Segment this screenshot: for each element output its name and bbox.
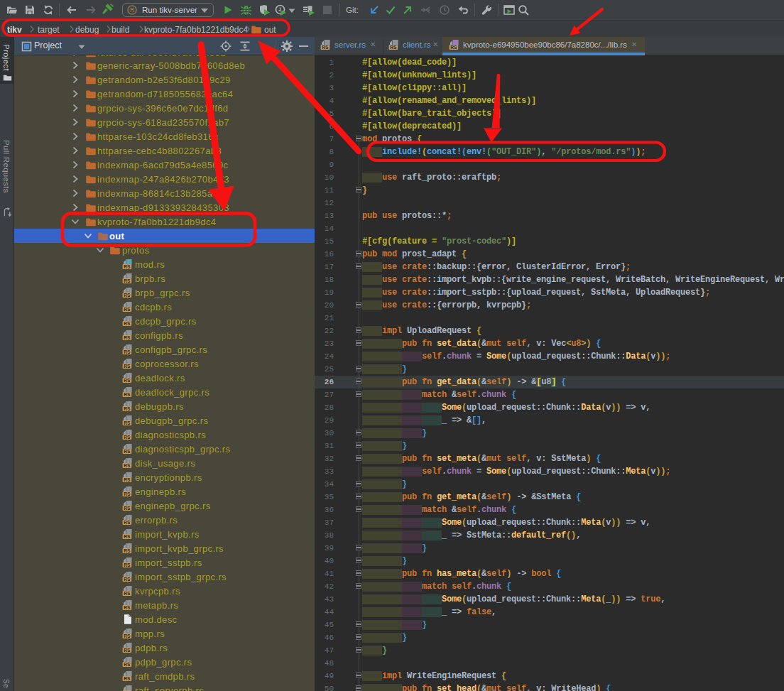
svg-text:RS: RS — [124, 293, 131, 298]
svg-text:RS: RS — [124, 349, 131, 354]
svg-text:RS: RS — [124, 477, 131, 482]
svg-text:RS: RS — [390, 45, 397, 50]
svg-text:RS: RS — [124, 506, 131, 511]
svg-text:RS: RS — [124, 662, 131, 667]
svg-text:RS: RS — [124, 378, 131, 383]
svg-text:RS: RS — [124, 335, 131, 340]
svg-text:RS: RS — [124, 633, 131, 638]
svg-text:RS: RS — [124, 520, 131, 525]
svg-text:R: R — [130, 6, 134, 13]
svg-text:RS: RS — [124, 392, 131, 397]
svg-text:RS: RS — [124, 406, 131, 411]
svg-text:RS: RS — [322, 45, 329, 50]
svg-text:RS: RS — [124, 463, 131, 468]
svg-text:RS: RS — [124, 435, 131, 440]
svg-text:RS: RS — [124, 562, 131, 567]
svg-text:RS: RS — [124, 449, 131, 454]
svg-text:RS: RS — [124, 278, 131, 283]
svg-text:RS: RS — [124, 307, 131, 312]
svg-text:RS: RS — [124, 420, 131, 425]
svg-text:RS: RS — [124, 605, 131, 610]
svg-text:RS: RS — [124, 591, 131, 596]
svg-text:RS: RS — [124, 548, 131, 553]
svg-text:RS: RS — [124, 577, 131, 582]
svg-text:RS: RS — [124, 676, 131, 681]
svg-text:RS: RS — [124, 264, 131, 269]
svg-text:RS: RS — [124, 321, 131, 326]
svg-text:RS: RS — [124, 364, 131, 369]
svg-text:RS: RS — [124, 648, 131, 653]
svg-text:RS: RS — [124, 534, 131, 539]
svg-text:RS: RS — [124, 491, 131, 496]
svg-text:RS: RS — [450, 45, 457, 50]
